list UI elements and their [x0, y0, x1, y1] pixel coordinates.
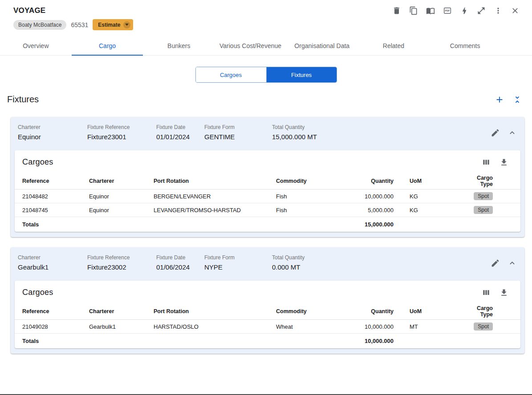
- cargoes-card-actions: [482, 158, 508, 167]
- view-toggle-wrap: Cargoes Fixtures: [0, 67, 532, 83]
- edit-fixture-button[interactable]: [491, 258, 500, 268]
- field-label: Fixture Date: [156, 254, 204, 261]
- cargo-type-chip: Spot: [474, 206, 493, 214]
- book-icon[interactable]: [426, 6, 435, 15]
- estimate-label: Estimate: [98, 22, 120, 28]
- fixture-header-actions: [491, 258, 519, 268]
- collapse-all-button[interactable]: [512, 95, 522, 105]
- col-header-charterer: Charterer: [89, 178, 154, 184]
- tab-bar: Overview Cargo Bunkers Various Cost/Reve…: [0, 37, 501, 55]
- delete-icon[interactable]: [392, 6, 401, 15]
- tab-label: Overview: [23, 42, 49, 49]
- cell-quantity: 10,000.000: [361, 193, 410, 200]
- tab-bunkers[interactable]: Bunkers: [143, 37, 215, 55]
- tab-organisational-data[interactable]: Organisational Data: [286, 37, 358, 55]
- collapse-fixture-button[interactable]: [508, 128, 517, 137]
- cell-commodity: Wheat: [276, 323, 361, 330]
- field-label: Total Quantity: [272, 254, 305, 261]
- cell-commodity: Fish: [276, 193, 361, 200]
- expand-icon[interactable]: [477, 6, 486, 15]
- cargo-table-header: ReferenceChartererPort RotationCommodity…: [15, 173, 520, 189]
- cell-reference: 21048482: [22, 193, 89, 200]
- add-fixture-button[interactable]: [495, 95, 504, 105]
- cargoes-card-header: Cargoes: [15, 281, 520, 303]
- field-value: Equinor: [18, 133, 87, 141]
- totals-quantity: 15,000.000: [361, 221, 410, 228]
- cargo-type-chip: Spot: [474, 322, 493, 331]
- tab-comments[interactable]: Comments: [429, 37, 501, 55]
- cargo-totals-row: Totals 15,000.000: [15, 217, 520, 232]
- cell-uom: MT: [410, 323, 463, 330]
- fixture-fields: Charterer Gearbulk1 Fixture Reference Fi…: [18, 254, 491, 271]
- cargoes-card: Cargoes ReferenceChartererPort RotationC…: [15, 281, 520, 348]
- cell-reference: 21048745: [22, 207, 89, 214]
- more-icon[interactable]: [494, 6, 503, 15]
- field-label: Fixture Date: [156, 124, 204, 130]
- pencil-icon: [491, 258, 500, 268]
- cell-port-rotation: BERGEN/LEVANGER: [154, 193, 276, 200]
- tab-label: Cargo: [99, 42, 116, 49]
- copy-icon[interactable]: [409, 6, 418, 15]
- field-value: 01/01/2024: [156, 133, 204, 141]
- fixtures-list: Charterer Equinor Fixture Reference Fixt…: [0, 117, 532, 354]
- columns-button[interactable]: [482, 158, 491, 167]
- tab-overview[interactable]: Overview: [0, 37, 72, 55]
- cell-cargo-type: Spot: [463, 322, 493, 331]
- cell-charterer: Gearbulk1: [89, 323, 154, 330]
- col-header-reference: Reference: [22, 308, 89, 314]
- header: VOYAGE Boaty McBoatface 65531 Estimate: [0, 0, 532, 30]
- columns-icon: [482, 288, 491, 297]
- cell-port-rotation: LEVANGER/TROMSO-HARSTAD: [154, 207, 276, 214]
- estimate-button[interactable]: Estimate: [93, 19, 133, 30]
- field-label: Fixture Reference: [87, 254, 156, 261]
- toggle-label: Cargoes: [220, 72, 242, 78]
- field-value: 0.000 MT: [272, 263, 305, 271]
- unfold-less-icon: [512, 95, 522, 105]
- cargo-row[interactable]: 21049028 Gearbulk1 HARSTAD/OSLO Wheat 10…: [15, 320, 520, 334]
- bolt-icon[interactable]: [460, 6, 469, 15]
- field-value: NYPE: [204, 263, 272, 271]
- fixture-field: Fixture Date 01/01/2024: [156, 124, 204, 141]
- toggle-fixtures[interactable]: Fixtures: [266, 67, 337, 82]
- tab-label: Related: [383, 42, 404, 49]
- cargo-row[interactable]: 21048482 Equinor BERGEN/LEVANGER Fish 10…: [15, 189, 520, 203]
- col-header-uom: UoM: [410, 308, 463, 314]
- columns-button[interactable]: [482, 288, 491, 297]
- tab-label: Comments: [450, 42, 480, 49]
- fixture-fields: Charterer Equinor Fixture Reference Fixt…: [18, 124, 491, 141]
- close-icon[interactable]: [511, 6, 520, 15]
- toggle-cargoes[interactable]: Cargoes: [196, 67, 266, 82]
- col-header-cargo-type: Cargo Type: [463, 175, 493, 187]
- tab-various-cost-revenue[interactable]: Various Cost/Revenue: [215, 37, 286, 55]
- cell-quantity: 5,000.000: [361, 207, 410, 214]
- tab-label: Bunkers: [167, 42, 190, 49]
- cargo-row[interactable]: 21048745 Equinor LEVANGER/TROMSO-HARSTAD…: [15, 203, 520, 217]
- tab-related[interactable]: Related: [358, 37, 430, 55]
- fixture-field: Total Quantity 15,000.000 MT: [272, 124, 317, 141]
- chevron-up-icon: [508, 128, 517, 137]
- tab-label: Organisational Data: [294, 42, 349, 49]
- fixture-header: Charterer Gearbulk1 Fixture Reference Fi…: [15, 247, 520, 281]
- download-button[interactable]: [500, 158, 508, 167]
- col-header-port-rotation: Port Rotation: [154, 178, 276, 184]
- cargoes-card: Cargoes ReferenceChartererPort RotationC…: [15, 150, 520, 232]
- edit-fixture-button[interactable]: [491, 128, 500, 137]
- tab-cargo[interactable]: Cargo: [72, 37, 143, 55]
- cargoes-card-actions: [482, 288, 508, 297]
- pdf-icon[interactable]: [443, 6, 452, 15]
- fixture-field: Fixture Date 01/06/2024: [156, 254, 204, 271]
- download-button[interactable]: [500, 288, 508, 297]
- field-value: GENTIME: [204, 133, 272, 141]
- cell-cargo-type: Spot: [463, 206, 493, 214]
- header-actions: [392, 6, 520, 15]
- field-label: Charterer: [18, 124, 87, 130]
- fixture-field: Fixture Form NYPE: [204, 254, 272, 271]
- fixture-header: Charterer Equinor Fixture Reference Fixt…: [15, 117, 520, 150]
- cell-port-rotation: HARSTAD/OSLO: [154, 323, 276, 330]
- cargo-rows: 21048482 Equinor BERGEN/LEVANGER Fish 10…: [15, 189, 520, 217]
- collapse-fixture-button[interactable]: [508, 258, 517, 268]
- caret-down-icon[interactable]: [123, 21, 130, 28]
- fixture-field: Charterer Gearbulk1: [18, 254, 87, 271]
- cargoes-title: Cargoes: [22, 157, 53, 167]
- pencil-icon: [491, 128, 500, 137]
